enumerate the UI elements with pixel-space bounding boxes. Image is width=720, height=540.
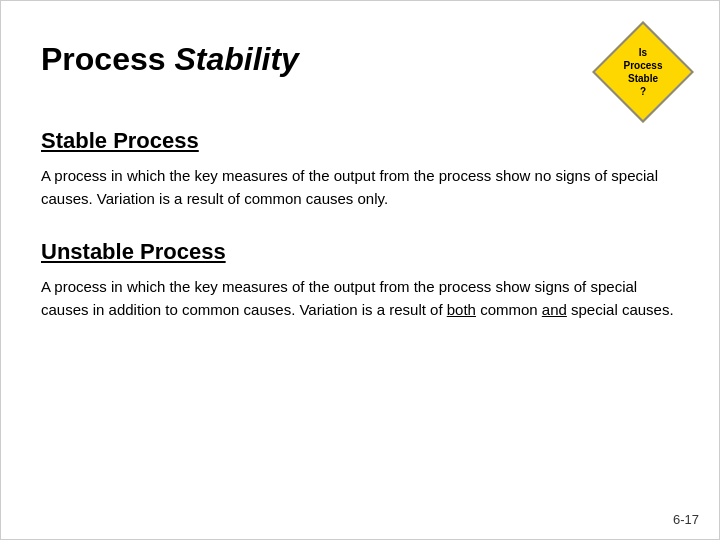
badge-line4: ? <box>640 85 646 98</box>
slide-title: Process Stability <box>41 41 299 78</box>
stable-process-body: A process in which the key measures of t… <box>41 164 679 211</box>
unstable-process-section: Unstable Process A process in which the … <box>41 239 679 322</box>
unstable-body-part2: common <box>476 301 542 318</box>
stable-process-heading: Stable Process <box>41 128 679 154</box>
unstable-both: both <box>447 301 476 318</box>
badge-line2: Process <box>624 59 663 72</box>
badge-text: Is Process Stable ? <box>607 36 679 108</box>
unstable-body-part3: special causes. <box>567 301 674 318</box>
unstable-and: and <box>542 301 567 318</box>
title-italic: Stability <box>174 41 298 77</box>
unstable-process-body: A process in which the key measures of t… <box>41 275 679 322</box>
unstable-process-heading: Unstable Process <box>41 239 679 265</box>
slide-container: Process Stability Is Process Stable ? St… <box>0 0 720 540</box>
badge-line3: Stable <box>628 72 658 85</box>
diamond-badge: Is Process Stable ? <box>607 36 679 108</box>
header-area: Process Stability Is Process Stable ? <box>41 31 679 108</box>
page-number: 6-17 <box>673 512 699 527</box>
title-prefix: Process <box>41 41 174 77</box>
badge-line1: Is <box>639 46 647 59</box>
stable-process-section: Stable Process A process in which the ke… <box>41 128 679 211</box>
